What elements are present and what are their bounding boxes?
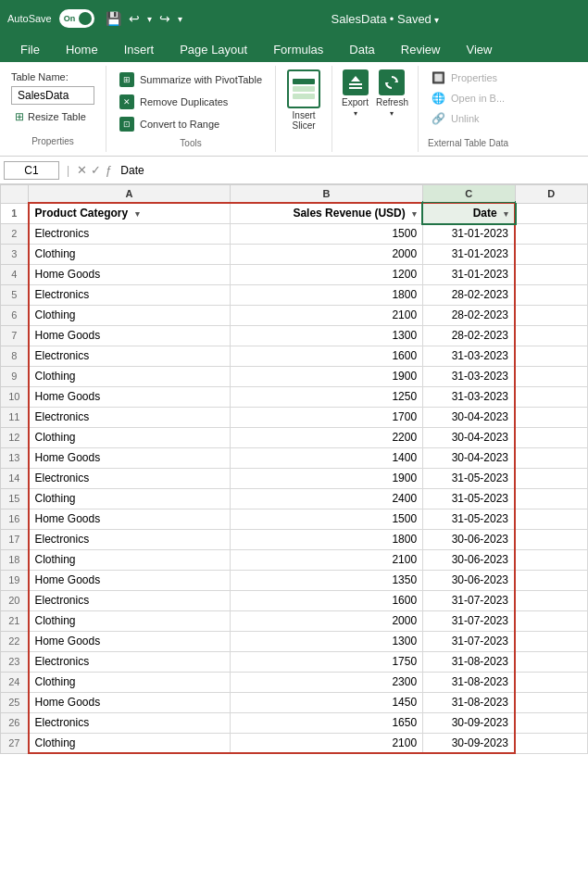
cell-4-a[interactable]: Home Goods	[29, 264, 231, 284]
cell-15-a[interactable]: Clothing	[29, 488, 231, 509]
header-product-category[interactable]: Product Category ▾	[29, 203, 231, 223]
cell-25-c[interactable]: 31-08-2023	[423, 692, 515, 712]
cell-22-b[interactable]: 1300	[230, 631, 422, 651]
save-icon[interactable]: 💾	[106, 11, 121, 26]
cell-4-c[interactable]: 31-01-2023	[423, 264, 515, 284]
cell-19-b[interactable]: 1350	[230, 570, 422, 590]
cell-19-a[interactable]: Home Goods	[29, 570, 231, 590]
autosave-toggle[interactable]: On	[59, 9, 94, 28]
cell-8-c[interactable]: 31-03-2023	[423, 346, 515, 366]
cell-12-b[interactable]: 2200	[230, 427, 422, 447]
cell-21-a[interactable]: Clothing	[29, 610, 231, 631]
cell-6-b[interactable]: 2100	[230, 305, 422, 325]
cell-13-b[interactable]: 1400	[230, 447, 422, 468]
cell-12-a[interactable]: Clothing	[29, 427, 231, 447]
export-button[interactable]: Export ▾	[342, 69, 369, 118]
quick-access-icon[interactable]: ▾	[178, 14, 182, 24]
cell-2-c[interactable]: 31-01-2023	[423, 223, 515, 244]
cell-10-c[interactable]: 31-03-2023	[423, 386, 515, 407]
cell-16-a[interactable]: Home Goods	[29, 509, 231, 529]
cell-5-b[interactable]: 1800	[230, 284, 422, 305]
refresh-button[interactable]: Refresh ▾	[376, 69, 408, 118]
cell-20-a[interactable]: Electronics	[29, 590, 231, 610]
cell-7-b[interactable]: 1300	[230, 325, 422, 346]
tab-review[interactable]: Review	[388, 37, 454, 62]
cell-25-b[interactable]: 1450	[230, 692, 422, 712]
insert-slicer-icon[interactable]	[287, 69, 320, 108]
cell-22-c[interactable]: 31-07-2023	[423, 631, 515, 651]
cell-27-c[interactable]: 30-09-2023	[423, 733, 515, 753]
cell-24-b[interactable]: 2300	[230, 672, 422, 692]
tab-file[interactable]: File	[7, 37, 53, 62]
cell-3-b[interactable]: 2000	[230, 244, 422, 264]
cell-17-b[interactable]: 1800	[230, 529, 422, 549]
cell-17-c[interactable]: 30-06-2023	[423, 529, 515, 549]
cell-20-b[interactable]: 1600	[230, 590, 422, 610]
cell-2-b[interactable]: 1500	[230, 223, 422, 244]
col-header-a[interactable]: A	[29, 185, 231, 204]
tab-formulas[interactable]: Formulas	[260, 37, 336, 62]
cell-15-c[interactable]: 31-05-2023	[423, 488, 515, 509]
cell-10-b[interactable]: 1250	[230, 386, 422, 407]
cell-13-a[interactable]: Home Goods	[29, 447, 231, 468]
cell-27-b[interactable]: 2100	[230, 733, 422, 753]
cancel-formula-icon[interactable]: ✕	[77, 163, 87, 177]
cell-11-a[interactable]: Electronics	[29, 407, 231, 427]
cell-5-a[interactable]: Electronics	[29, 284, 231, 305]
formula-input[interactable]	[115, 162, 584, 179]
cell-5-c[interactable]: 28-02-2023	[423, 284, 515, 305]
cell-10-a[interactable]: Home Goods	[29, 386, 231, 407]
cell-18-a[interactable]: Clothing	[29, 549, 231, 570]
cell-27-a[interactable]: Clothing	[29, 733, 231, 753]
cell-8-a[interactable]: Electronics	[29, 346, 231, 366]
export-dropdown[interactable]: ▾	[354, 109, 357, 118]
resize-table-button[interactable]: ⊞ Resize Table	[11, 108, 94, 125]
open-in-browser-button[interactable]: 🌐 Open in B...	[428, 90, 508, 107]
col-header-c[interactable]: C	[423, 185, 515, 204]
cell-16-b[interactable]: 1500	[230, 509, 422, 529]
cell-6-c[interactable]: 28-02-2023	[423, 305, 515, 325]
cell-24-c[interactable]: 31-08-2023	[423, 672, 515, 692]
filter-dropdown-a[interactable]: ▾	[135, 209, 140, 219]
cell-26-a[interactable]: Electronics	[29, 712, 231, 733]
cell-reference-box[interactable]	[4, 161, 59, 180]
header-date[interactable]: Date ▾	[423, 203, 515, 223]
cell-9-a[interactable]: Clothing	[29, 366, 231, 386]
cell-25-a[interactable]: Home Goods	[29, 692, 231, 712]
cell-15-b[interactable]: 2400	[230, 488, 422, 509]
cell-3-c[interactable]: 31-01-2023	[423, 244, 515, 264]
cell-11-b[interactable]: 1700	[230, 407, 422, 427]
cell-22-a[interactable]: Home Goods	[29, 631, 231, 651]
properties-button[interactable]: 🔲 Properties	[428, 69, 508, 86]
cell-7-a[interactable]: Home Goods	[29, 325, 231, 346]
unlink-button[interactable]: 🔗 Unlink	[428, 110, 508, 127]
cell-21-c[interactable]: 31-07-2023	[423, 610, 515, 631]
undo-dropdown-icon[interactable]: ▾	[147, 14, 152, 24]
cell-6-a[interactable]: Clothing	[29, 305, 231, 325]
cell-7-c[interactable]: 28-02-2023	[423, 325, 515, 346]
cell-23-b[interactable]: 1750	[230, 651, 422, 672]
cell-14-a[interactable]: Electronics	[29, 468, 231, 488]
confirm-formula-icon[interactable]: ✓	[91, 163, 101, 177]
tab-view[interactable]: View	[453, 37, 505, 62]
refresh-dropdown[interactable]: ▾	[390, 109, 394, 118]
table-name-input[interactable]	[11, 86, 94, 105]
convert-to-range-button[interactable]: ⊡ Convert to Range	[116, 114, 266, 134]
insert-function-icon[interactable]: ƒ	[105, 163, 111, 177]
filter-dropdown-c[interactable]: ▾	[504, 209, 508, 219]
tab-home[interactable]: Home	[53, 37, 111, 62]
cell-12-c[interactable]: 30-04-2023	[423, 427, 515, 447]
cell-24-a[interactable]: Clothing	[29, 672, 231, 692]
filter-dropdown-b[interactable]: ▾	[412, 209, 417, 219]
cell-23-c[interactable]: 31-08-2023	[423, 651, 515, 672]
cell-14-c[interactable]: 31-05-2023	[423, 468, 515, 488]
remove-duplicates-button[interactable]: ✕ Remove Duplicates	[116, 92, 266, 112]
cell-17-a[interactable]: Electronics	[29, 529, 231, 549]
tab-data[interactable]: Data	[336, 37, 387, 62]
cell-11-c[interactable]: 30-04-2023	[423, 407, 515, 427]
cell-3-a[interactable]: Clothing	[29, 244, 231, 264]
cell-13-c[interactable]: 30-04-2023	[423, 447, 515, 468]
tab-insert[interactable]: Insert	[111, 37, 168, 62]
saved-dropdown[interactable]: ▾	[434, 15, 439, 25]
cell-14-b[interactable]: 1900	[230, 468, 422, 488]
